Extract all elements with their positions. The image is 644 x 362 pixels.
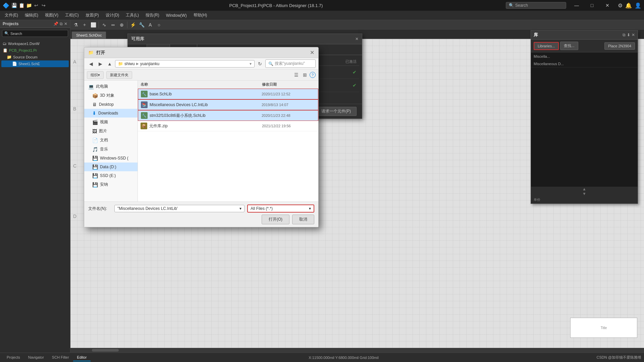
file-search-bar[interactable]: 🔍 搜索"yuanjianku" [265,59,316,68]
user-icon[interactable]: 👤 [635,2,641,9]
close-button[interactable]: ✕ [600,0,615,11]
menu-edit[interactable]: 编辑(E) [21,11,42,19]
file-sidebar-item-ssd[interactable]: 💾 SSD (E:) [84,171,138,180]
bus-btn[interactable]: ═ [109,21,117,29]
bell-icon[interactable]: 🔔 [625,2,632,9]
file-sidebar-item-3d[interactable]: 📦 3D 对象 [84,91,138,100]
file-filetype-select[interactable]: All Files (*.*) ▾ [247,205,314,213]
h-scrollbar[interactable] [70,348,644,353]
file-header-date[interactable]: 修改日期 [262,82,316,87]
minimize-button[interactable]: — [569,0,584,11]
file-sidebar-item-win[interactable]: 💾 Windows-SSD ( [84,154,138,163]
btn-libraries[interactable]: Libraries... [534,42,559,50]
file-filename-input[interactable]: "Miscellaneous Devices LC.IntLib' ▾ [114,205,245,212]
file-refresh-btn[interactable]: ↻ [256,60,264,68]
menu-file[interactable]: 文件(E) [1,11,21,19]
file-sidebar-item-desktop[interactable]: 🖥 Desktop [84,100,138,109]
btn-place-part[interactable]: Place 2N3904 [604,42,635,50]
file-open-btn[interactable]: 打开(O) [262,215,289,224]
file-dialog-close[interactable]: ✕ [310,49,314,56]
bottom-tab-navigator[interactable]: Navigator [24,354,48,361]
file-filename-dropdown[interactable]: ▾ [239,206,241,211]
bottom-tab-projects[interactable]: Projects [3,354,24,361]
junction-btn[interactable]: ⊕ [118,21,126,29]
file-forward-btn[interactable]: ▶ [96,60,104,68]
menu-project[interactable]: 工程(C) [62,11,82,19]
file-row-1[interactable]: 🔧 base.SchLib 2020/11/23 12:52 [138,89,318,99]
select-btn[interactable]: ⬜ [89,21,97,29]
ku-float-icon[interactable]: ⧉ [623,33,626,37]
file-sidebar-item-data[interactable]: 💾 Data (D:) [84,163,138,171]
lib-dialog-close[interactable]: ✕ [355,37,359,41]
menu-view[interactable]: 视图(V) [42,11,62,19]
file-back-btn[interactable]: ◀ [87,60,95,68]
tree-item-workspace[interactable]: 🗂 Workspace1.DsnW [1,40,69,47]
view-help-btn[interactable]: ? [310,72,316,78]
tree-item-pcb[interactable]: 📋 PCB_Project1.Pr [1,47,69,54]
file-sidebar-item-pc[interactable]: 💻 此电脑 [84,82,138,91]
file-row-2[interactable]: 📚 Miscellaneous Devices LC.IntLib 2019/8… [138,99,318,110]
view-detail-btn[interactable]: ⊞ [301,71,309,79]
pin-icon[interactable]: 📌 [53,21,58,26]
component-btn[interactable]: 🔧 [138,21,146,29]
file-sidebar-item-pictures[interactable]: 🖼 图片 [84,127,138,136]
menu-report[interactable]: 报告(R) [142,11,163,19]
file-path-bar[interactable]: 📁 shiwu ▶ yuanjianku ▾ [115,60,255,67]
wire-btn[interactable]: ∿ [100,21,108,29]
project-search-input[interactable]: 🔍 Search [2,30,68,37]
close-panel-icon[interactable]: ✕ [64,21,67,26]
file-sidebar-item-downloads[interactable]: ⬇ Downloads [84,109,138,118]
tab-sheet1[interactable]: Sheet1.SchDoc [72,32,106,39]
toolbar-icon-2[interactable]: 📋 [19,3,24,8]
tree-item-source[interactable]: 📁 Source Docum [1,54,69,60]
toolbar-icon-4[interactable]: ↩ [34,3,39,8]
h-scroll-thumb[interactable] [92,349,119,352]
bottom-tab-editor[interactable]: Editor [73,354,91,361]
file-row-3[interactable]: 🔧 stm32f103c8t6最小系统.SchLib 2020/11/23 22… [138,110,318,121]
ku-close-icon[interactable]: ✕ [632,33,635,37]
menu-help[interactable]: 帮助(H) [190,11,211,19]
title-search-bar[interactable]: 🔍 Search [506,2,566,9]
btn-search-lib[interactable]: 查找... [560,42,578,50]
file-sidebar-label-downloads: Downloads [98,111,118,116]
organize-btn[interactable]: 组织▾ [87,71,104,79]
file-header-name[interactable]: 名称 [141,82,262,87]
power-btn[interactable]: ⚡ [129,21,137,29]
filter-btn[interactable]: ⚗ [72,21,80,29]
toolbar-icon-5[interactable]: ↪ [41,3,46,8]
toolbar-icon-3[interactable]: 📁 [26,3,32,8]
settings-icon[interactable]: ⚙ [618,2,623,9]
file-cancel-btn[interactable]: 取消 [292,215,314,224]
lib-row-check-2[interactable]: ✔ [353,83,357,88]
add-btn[interactable]: ＋ [80,21,89,29]
ku-scroll-down[interactable]: ▼ [531,191,638,196]
float-icon[interactable]: ⧉ [60,21,63,26]
file-filetype-dropdown[interactable]: ▾ [309,206,311,211]
new-folder-btn[interactable]: 新建文件夹 [106,71,132,79]
circle-btn[interactable]: ○ [155,21,163,29]
maximize-button[interactable]: □ [584,0,600,11]
toolbar-icon-1[interactable]: 💾 [11,3,17,8]
menu-tools[interactable]: 工具(L) [122,11,142,19]
tree-item-sheet[interactable]: 📄 Sheet1.SchE [1,60,69,67]
file-up-btn[interactable]: ▲ [106,60,114,68]
ku-scroll-up[interactable]: ▲ [531,187,638,191]
view-list-btn[interactable]: ☰ [292,71,300,79]
text-btn[interactable]: A [146,21,154,29]
menu-design[interactable]: 设计(D) [102,11,123,19]
ku-misc-item-1[interactable]: Miscellaneous D... [531,60,638,67]
menu-place[interactable]: 放置(P) [82,11,102,19]
file-sidebar-item-docs[interactable]: 📄 文档 [84,136,138,145]
file-filetype-value: All Files (*.*) [251,206,273,211]
file-row-4[interactable]: 📦 元件库.zip 2021/12/22 19:56 [138,121,318,131]
file-sidebar-item-anna[interactable]: 💾 安纳 [84,180,138,189]
btn-request[interactable]: 请求一个元件(P) [316,107,357,116]
file-path-dropdown[interactable]: ▾ [250,61,252,66]
bottom-tab-filter[interactable]: SCH Filter [48,354,73,361]
ku-expand-icon[interactable]: ⬇ [627,33,630,37]
file-sidebar-item-music[interactable]: 🎵 音乐 [84,145,138,154]
menu-window[interactable]: Window(W) [163,12,190,19]
file-sidebar-item-video[interactable]: 🎬 视频 [84,118,138,127]
lib-row-check-1[interactable]: ✔ [353,70,357,75]
file-sidebar: 💻 此电脑 📦 3D 对象 🖥 Desktop ⬇ Downloads 🎬 [84,81,138,201]
